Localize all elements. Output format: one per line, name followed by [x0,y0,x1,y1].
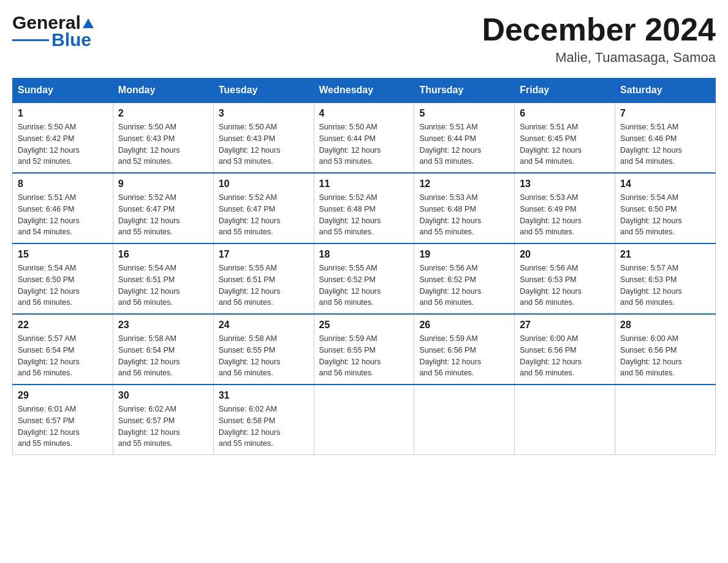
calendar-cell: 15 Sunrise: 5:54 AM Sunset: 6:50 PM Dayl… [13,243,113,314]
day-number: 9 [118,178,208,190]
day-number: 20 [520,249,610,260]
calendar-cell: 17 Sunrise: 5:55 AM Sunset: 6:51 PM Dayl… [213,243,314,314]
day-info: Sunrise: 5:53 AM Sunset: 6:49 PM Dayligh… [520,192,610,238]
calendar-cell: 4 Sunrise: 5:50 AM Sunset: 6:44 PM Dayli… [314,102,414,173]
day-number: 16 [118,249,208,260]
day-number: 15 [18,249,108,260]
logo-blue: Blue [51,31,91,49]
day-info: Sunrise: 5:51 AM Sunset: 6:46 PM Dayligh… [18,192,108,238]
calendar-cell: 18 Sunrise: 5:55 AM Sunset: 6:52 PM Dayl… [314,243,414,314]
day-number: 14 [620,178,710,190]
day-number: 27 [520,320,610,331]
day-info: Sunrise: 5:55 AM Sunset: 6:51 PM Dayligh… [219,262,309,308]
day-info: Sunrise: 5:51 AM Sunset: 6:44 PM Dayligh… [419,121,509,167]
calendar-cell: 11 Sunrise: 5:52 AM Sunset: 6:48 PM Dayl… [314,173,414,243]
day-info: Sunrise: 5:54 AM Sunset: 6:50 PM Dayligh… [620,192,710,238]
calendar-cell: 3 Sunrise: 5:50 AM Sunset: 6:43 PM Dayli… [213,102,314,173]
title-section: December 2024 Malie, Tuamasaga, Samoa [482,12,716,66]
calendar-header-row: SundayMondayTuesdayWednesdayThursdayFrid… [13,79,716,103]
col-header-wednesday: Wednesday [314,79,414,103]
day-info: Sunrise: 5:59 AM Sunset: 6:56 PM Dayligh… [419,333,509,379]
col-header-saturday: Saturday [615,79,716,103]
calendar-cell: 24 Sunrise: 5:58 AM Sunset: 6:55 PM Dayl… [213,314,314,385]
day-info: Sunrise: 5:50 AM Sunset: 6:44 PM Dayligh… [319,121,409,167]
day-info: Sunrise: 5:51 AM Sunset: 6:45 PM Dayligh… [520,121,610,167]
calendar-cell [515,385,615,455]
calendar-cell: 6 Sunrise: 5:51 AM Sunset: 6:45 PM Dayli… [515,102,615,173]
calendar-week-row: 1 Sunrise: 5:50 AM Sunset: 6:42 PM Dayli… [13,102,716,173]
day-number: 1 [18,108,108,119]
day-info: Sunrise: 5:52 AM Sunset: 6:47 PM Dayligh… [118,192,208,238]
day-info: Sunrise: 5:56 AM Sunset: 6:52 PM Dayligh… [419,262,509,308]
day-info: Sunrise: 5:51 AM Sunset: 6:46 PM Dayligh… [620,121,710,167]
day-number: 10 [219,178,309,190]
day-number: 23 [118,320,208,331]
day-number: 22 [18,320,108,331]
day-number: 7 [620,108,710,119]
calendar-cell: 8 Sunrise: 5:51 AM Sunset: 6:46 PM Dayli… [13,173,113,243]
calendar-cell [615,385,716,455]
calendar-cell: 23 Sunrise: 5:58 AM Sunset: 6:54 PM Dayl… [113,314,213,385]
calendar-cell [414,385,515,455]
day-number: 2 [118,108,208,119]
day-info: Sunrise: 6:00 AM Sunset: 6:56 PM Dayligh… [520,333,610,379]
calendar-week-row: 22 Sunrise: 5:57 AM Sunset: 6:54 PM Dayl… [13,314,716,385]
day-info: Sunrise: 5:58 AM Sunset: 6:54 PM Dayligh… [118,333,208,379]
day-info: Sunrise: 5:55 AM Sunset: 6:52 PM Dayligh… [319,262,409,308]
day-number: 19 [419,249,509,260]
calendar-cell: 29 Sunrise: 6:01 AM Sunset: 6:57 PM Dayl… [13,385,113,455]
calendar-cell: 12 Sunrise: 5:53 AM Sunset: 6:48 PM Dayl… [414,173,515,243]
day-info: Sunrise: 5:59 AM Sunset: 6:55 PM Dayligh… [319,333,409,379]
day-number: 26 [419,320,509,331]
day-info: Sunrise: 5:56 AM Sunset: 6:53 PM Dayligh… [520,262,610,308]
day-info: Sunrise: 6:02 AM Sunset: 6:57 PM Dayligh… [118,404,208,450]
day-info: Sunrise: 5:50 AM Sunset: 6:43 PM Dayligh… [219,121,309,167]
day-number: 4 [319,108,409,119]
day-info: Sunrise: 5:53 AM Sunset: 6:48 PM Dayligh… [419,192,509,238]
calendar-cell: 30 Sunrise: 6:02 AM Sunset: 6:57 PM Dayl… [113,385,213,455]
day-number: 30 [118,390,208,401]
calendar-cell: 20 Sunrise: 5:56 AM Sunset: 6:53 PM Dayl… [515,243,615,314]
calendar-table: SundayMondayTuesdayWednesdayThursdayFrid… [12,78,716,455]
calendar-cell: 28 Sunrise: 6:00 AM Sunset: 6:56 PM Dayl… [615,314,716,385]
calendar-cell: 19 Sunrise: 5:56 AM Sunset: 6:52 PM Dayl… [414,243,515,314]
col-header-sunday: Sunday [13,79,113,103]
page-header: General Blue December 2024 Malie, Tuamas… [12,12,716,66]
calendar-cell: 31 Sunrise: 6:02 AM Sunset: 6:58 PM Dayl… [213,385,314,455]
day-number: 8 [18,178,108,190]
logo-line [12,39,49,41]
calendar-subtitle: Malie, Tuamasaga, Samoa [482,50,716,66]
calendar-cell [314,385,414,455]
day-number: 5 [419,108,509,119]
day-number: 13 [520,178,610,190]
day-number: 29 [18,390,108,401]
calendar-cell: 7 Sunrise: 5:51 AM Sunset: 6:46 PM Dayli… [615,102,716,173]
day-number: 21 [620,249,710,260]
calendar-cell: 5 Sunrise: 5:51 AM Sunset: 6:44 PM Dayli… [414,102,515,173]
calendar-cell: 10 Sunrise: 5:52 AM Sunset: 6:47 PM Dayl… [213,173,314,243]
logo-triangle-icon [82,16,95,29]
day-number: 3 [219,108,309,119]
day-info: Sunrise: 5:57 AM Sunset: 6:53 PM Dayligh… [620,262,710,308]
calendar-cell: 22 Sunrise: 5:57 AM Sunset: 6:54 PM Dayl… [13,314,113,385]
day-info: Sunrise: 5:58 AM Sunset: 6:55 PM Dayligh… [219,333,309,379]
day-info: Sunrise: 6:01 AM Sunset: 6:57 PM Dayligh… [18,404,108,450]
day-info: Sunrise: 6:02 AM Sunset: 6:58 PM Dayligh… [219,404,309,450]
col-header-friday: Friday [515,79,615,103]
day-info: Sunrise: 5:54 AM Sunset: 6:51 PM Dayligh… [118,262,208,308]
calendar-cell: 21 Sunrise: 5:57 AM Sunset: 6:53 PM Dayl… [615,243,716,314]
day-number: 17 [219,249,309,260]
calendar-cell: 26 Sunrise: 5:59 AM Sunset: 6:56 PM Dayl… [414,314,515,385]
calendar-cell: 14 Sunrise: 5:54 AM Sunset: 6:50 PM Dayl… [615,173,716,243]
day-info: Sunrise: 5:54 AM Sunset: 6:50 PM Dayligh… [18,262,108,308]
calendar-week-row: 29 Sunrise: 6:01 AM Sunset: 6:57 PM Dayl… [13,385,716,455]
calendar-cell: 9 Sunrise: 5:52 AM Sunset: 6:47 PM Dayli… [113,173,213,243]
day-info: Sunrise: 6:00 AM Sunset: 6:56 PM Dayligh… [620,333,710,379]
calendar-cell: 16 Sunrise: 5:54 AM Sunset: 6:51 PM Dayl… [113,243,213,314]
day-number: 25 [319,320,409,331]
calendar-week-row: 15 Sunrise: 5:54 AM Sunset: 6:50 PM Dayl… [13,243,716,314]
col-header-thursday: Thursday [414,79,515,103]
calendar-cell: 27 Sunrise: 6:00 AM Sunset: 6:56 PM Dayl… [515,314,615,385]
day-info: Sunrise: 5:50 AM Sunset: 6:42 PM Dayligh… [18,121,108,167]
day-number: 11 [319,178,409,190]
